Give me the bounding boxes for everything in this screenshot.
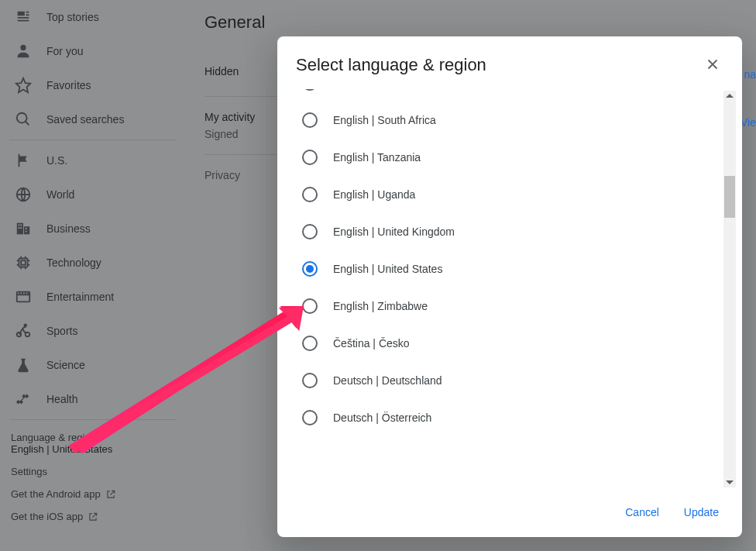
radio-icon	[302, 112, 318, 128]
option-label: English | Tanzania	[333, 151, 421, 164]
radio-icon	[302, 298, 318, 314]
update-button[interactable]: Update	[675, 500, 728, 525]
language-region-dialog: Select language & region English | Singa…	[277, 36, 742, 537]
option-label: Čeština | Česko	[333, 337, 410, 350]
option-label: English | South Africa	[333, 114, 436, 126]
language-option[interactable]: English | South Africa	[299, 102, 722, 139]
language-option[interactable]: English | United Kingdom	[299, 213, 722, 250]
option-label: Deutsch | Deutschland	[333, 374, 442, 387]
dialog-footer: Cancel Update	[277, 489, 742, 537]
radio-icon	[302, 150, 318, 165]
close-icon	[704, 56, 721, 73]
language-option[interactable]: English | Tanzania	[299, 139, 722, 176]
option-label: English | Uganda	[333, 188, 415, 201]
dialog-option-list[interactable]: English | SingaporeEnglish | South Afric…	[299, 89, 722, 489]
language-option[interactable]: English | Uganda	[299, 176, 722, 213]
scroll-down-icon[interactable]	[726, 480, 734, 484]
radio-icon	[302, 373, 318, 388]
radio-icon	[302, 410, 318, 425]
radio-icon	[302, 89, 318, 91]
radio-icon	[302, 187, 318, 202]
radio-icon	[302, 336, 318, 351]
dialog-title: Select language & region	[296, 55, 486, 75]
language-option[interactable]: English | Singapore	[299, 89, 722, 102]
option-label: English | United States	[333, 263, 442, 275]
scroll-up-icon[interactable]	[726, 94, 734, 98]
radio-icon	[302, 261, 318, 277]
option-label: English | United Kingdom	[333, 226, 455, 238]
dialog-scrollbar[interactable]	[723, 91, 736, 487]
partial-link[interactable]: Vie	[741, 116, 756, 129]
dialog-close-button[interactable]	[697, 49, 728, 80]
dialog-header: Select language & region	[277, 36, 742, 89]
cancel-button[interactable]: Cancel	[616, 500, 668, 525]
option-label: Deutsch | Österreich	[333, 412, 431, 424]
option-label: English | Zimbabwe	[333, 300, 428, 312]
language-option[interactable]: English | United States	[299, 250, 722, 288]
language-option[interactable]: Deutsch | Deutschland	[299, 362, 722, 399]
language-option[interactable]: English | Zimbabwe	[299, 288, 722, 325]
language-option[interactable]: Deutsch | Österreich	[299, 399, 722, 436]
scrollbar-thumb[interactable]	[724, 176, 735, 218]
dialog-body: English | SingaporeEnglish | South Afric…	[277, 89, 742, 489]
partial-link[interactable]: na	[744, 68, 756, 81]
radio-icon	[302, 224, 318, 239]
language-option[interactable]: Čeština | Česko	[299, 325, 722, 362]
